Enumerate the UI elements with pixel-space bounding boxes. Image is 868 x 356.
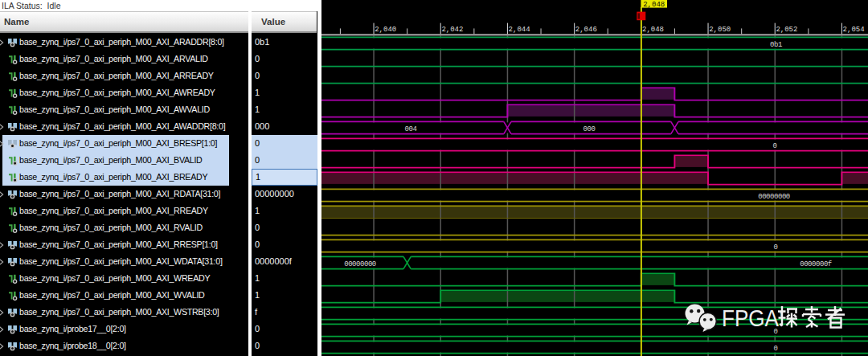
svg-text:00000000: 00000000 bbox=[344, 260, 376, 268]
svg-text:2,042: 2,042 bbox=[441, 26, 463, 34]
svg-text:0: 0 bbox=[774, 243, 778, 252]
svg-text:0: 0 bbox=[774, 345, 778, 353]
svg-text:2,048: 2,048 bbox=[643, 1, 665, 9]
svg-text:FPGA: FPGA bbox=[722, 305, 779, 331]
svg-text:2,054: 2,054 bbox=[843, 26, 865, 34]
svg-text:2,046: 2,046 bbox=[575, 26, 597, 34]
svg-text:2,052: 2,052 bbox=[776, 26, 797, 34]
svg-text:0: 0 bbox=[773, 142, 777, 150]
svg-text:2,048: 2,048 bbox=[642, 26, 664, 34]
svg-text:2,040: 2,040 bbox=[375, 26, 396, 34]
svg-text:00000000: 00000000 bbox=[758, 193, 790, 201]
svg-text:2,044: 2,044 bbox=[509, 26, 530, 34]
svg-text:000: 000 bbox=[583, 125, 596, 133]
svg-text:004: 004 bbox=[405, 125, 417, 133]
svg-text:0b1: 0b1 bbox=[770, 41, 782, 49]
svg-text:2,050: 2,050 bbox=[709, 26, 731, 34]
svg-text:0000000f: 0000000f bbox=[800, 260, 832, 268]
